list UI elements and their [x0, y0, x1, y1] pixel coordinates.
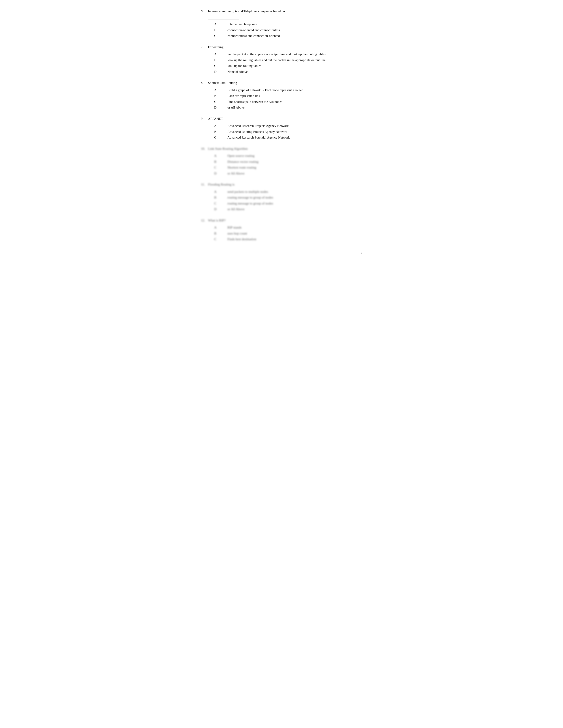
q7-option-b: B look up the routing tables and put the… [214, 58, 362, 63]
q10-option-c: C Shortest route routing [214, 165, 362, 170]
question-11: 11. Flooding Routing is A send packets t… [201, 182, 362, 212]
q10-option-a: A Open source routing [214, 153, 362, 158]
q10-options: A Open source routing B Distance vector … [214, 153, 362, 176]
q9-option-b: B Advanced Routing Projects Agency Netwo… [214, 129, 362, 134]
q8-option-a: A Build a graph of network & Each node r… [214, 88, 362, 93]
question-6: 6. Internet community is and Telephone c… [201, 9, 362, 38]
q8-option-b: B Each arc represent a link [214, 93, 362, 98]
q12-option-c: C Finds best destination [214, 237, 362, 242]
q6-number: 6. [201, 9, 208, 14]
q12-number: 12. [201, 218, 208, 223]
q8-option-c: C Find shortest path between the two nod… [214, 99, 362, 104]
q8-number: 8. [201, 80, 208, 85]
q11-option-a: A send packets to multiple nodes [214, 189, 362, 194]
q6-blank2 [208, 14, 239, 20]
q10-option-d: D or All Above [214, 171, 362, 176]
q11-number: 11. [201, 182, 208, 187]
q8-text: Shortest Path Routing [208, 80, 237, 85]
question-9: 9. ARPANET A Advanced Research Projects … [201, 116, 362, 140]
q10-option-b: B Distance vector routing [214, 159, 362, 164]
q11-option-d: D or All Above [214, 207, 362, 212]
question-8: 8. Shortest Path Routing A Build a graph… [201, 80, 362, 110]
q6-text: Internet community is and Telephone comp… [208, 9, 285, 19]
q12-options: A RIP stands B uses hop count C Finds be… [214, 225, 362, 242]
q11-option-c: C routing message to group of nodes [214, 201, 362, 206]
q9-option-c: C Advanced Research Potential Agency Net… [214, 135, 362, 140]
q7-option-a: A put the packet in the appropriate outp… [214, 52, 362, 57]
question-10: 10. Link State Routing Algorithm A Open … [201, 146, 362, 176]
q6-text-middle: and Telephone companies based on [238, 9, 285, 14]
q9-number: 9. [201, 116, 208, 121]
q9-options: A Advanced Research Projects Agency Netw… [214, 123, 362, 140]
q6-option-b: B connection-oriented and connectionless [214, 28, 362, 33]
q10-number: 10. [201, 146, 208, 151]
q7-options: A put the packet in the appropriate outp… [214, 52, 362, 74]
question-7: 7. Forwarding A put the packet in the ap… [201, 45, 362, 74]
q11-text: Flooding Routing is [208, 182, 234, 187]
q12-text: What is RIP? [208, 218, 226, 223]
q9-text: ARPANET [208, 116, 223, 121]
q10-text: Link State Routing Algorithm [208, 146, 248, 151]
q6-options: A Internet and telephone B connection-or… [214, 22, 362, 38]
q11-option-b: B routing message to group of nodes [214, 195, 362, 200]
question-12: 12. What is RIP? A RIP stands B uses hop… [201, 218, 362, 242]
q9-option-a: A Advanced Research Projects Agency Netw… [214, 123, 362, 128]
q6-option-a: A Internet and telephone [214, 22, 362, 27]
q8-options: A Build a graph of network & Each node r… [214, 88, 362, 110]
q6-option-c: C connectionless and connection-oriented [214, 33, 362, 38]
q7-option-c: C look up the routing tables [214, 63, 362, 68]
q8-option-d: D or All Above [214, 105, 362, 110]
page-number: 2 [201, 251, 362, 255]
q6-text-before: Internet community is [208, 9, 237, 14]
q7-number: 7. [201, 45, 208, 50]
q11-options: A send packets to multiple nodes B routi… [214, 189, 362, 212]
q12-option-b: B uses hop count [214, 231, 362, 236]
q7-option-d: D None of Above [214, 69, 362, 74]
q12-option-a: A RIP stands [214, 225, 362, 230]
q7-text: Forwarding [208, 45, 223, 50]
